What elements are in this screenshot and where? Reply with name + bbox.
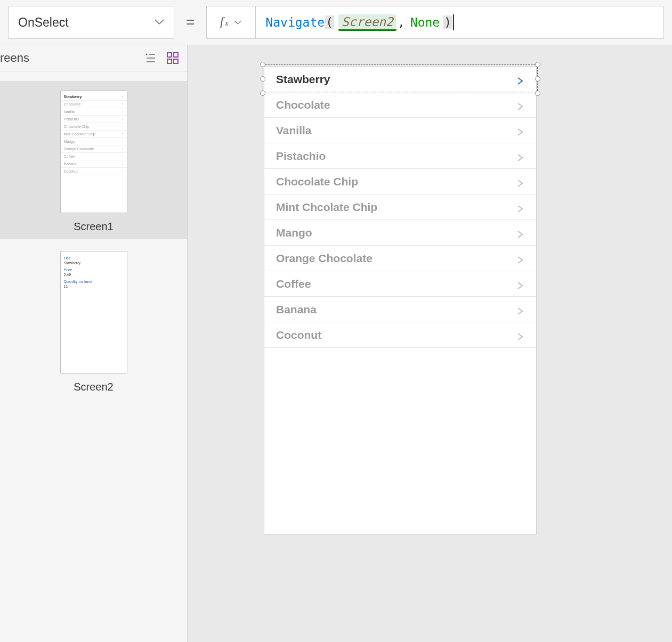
gallery-item-label: Chocolate Chip [276, 175, 358, 188]
gallery-item-label: Vanilla [276, 124, 312, 137]
formula-func: Navigate [265, 15, 325, 29]
app-preview[interactable]: Stawberry Chocolate Vanilla [264, 66, 537, 535]
thumb1-item: Banana [64, 162, 77, 166]
thumb2-field: Quantity on hand [61, 279, 127, 284]
thumb2-field: 11 [61, 284, 127, 289]
screen2-thumbnail[interactable]: Title Stawberry Price 2.49 Quantity on h… [0, 251, 187, 393]
formula-arg2: None [410, 15, 440, 29]
formula-bar[interactable]: Navigate ( Screen2 , None ) [255, 6, 664, 39]
thumb2-field: Stawberry [61, 261, 127, 265]
gallery-item-label: Mint Chcolate Chip [276, 201, 377, 214]
thumb1-item: Orange Chocolate [64, 147, 94, 151]
screen2-thumb-canvas: Title Stawberry Price 2.49 Quantity on h… [60, 251, 127, 373]
screen1-thumbnail[interactable]: Stawberry› Chocolate› Vanilla› Pistachio… [0, 81, 187, 239]
thumb1-item: Chocolate Chip [64, 125, 90, 128]
screen2-thumb-label: Screen2 [74, 381, 114, 393]
property-selector[interactable]: OnSelect [8, 6, 174, 39]
panel-header: reens [0, 45, 187, 71]
screen1-thumb-canvas: Stawberry› Chocolate› Vanilla› Pistachio… [60, 91, 127, 213]
treeview-icon[interactable] [144, 52, 156, 64]
canvas-area[interactable]: Stawberry Chocolate Vanilla [188, 45, 672, 642]
chevron-down-icon [155, 19, 164, 26]
gallery-row[interactable]: Pistachio [264, 143, 536, 169]
svg-rect-8 [167, 59, 172, 63]
top-bar: OnSelect = f x Navigate ( Screen2 , None… [0, 0, 672, 45]
thumb1-item: Coffee [64, 155, 75, 158]
chevron-right-icon[interactable] [516, 229, 524, 237]
thumb1-item: Coconut [64, 169, 78, 173]
thumb2-field: Price [61, 267, 127, 272]
thumb1-item: Chocolate [64, 102, 81, 106]
gallery-row[interactable]: Chocolate Chip [264, 169, 536, 194]
thumb2-field: Title [61, 256, 127, 261]
chevron-right-icon[interactable] [516, 203, 524, 212]
gallery-row[interactable]: Orange Chocolate [264, 246, 536, 271]
chevron-right-icon[interactable] [516, 101, 524, 109]
gallery-item-label: Pistachio [276, 150, 326, 162]
screen1-thumb-label: Screen1 [74, 221, 114, 233]
gallery-item-label: Mango [276, 226, 312, 239]
gallery-row[interactable]: Chocolate [264, 92, 536, 118]
thumbnails-icon[interactable] [167, 52, 179, 64]
chevron-right-icon[interactable] [516, 177, 524, 186]
thumb1-item: Mango [64, 140, 75, 143]
gallery-item-label: Orange Chocolate [276, 252, 373, 265]
formula-open-paren: ( [325, 15, 334, 29]
resize-handle[interactable] [535, 62, 540, 67]
fx-icon: f x [219, 14, 244, 30]
gallery-item-label: Banana [276, 303, 317, 316]
chevron-right-icon[interactable] [516, 75, 524, 84]
chevron-right-icon[interactable] [516, 280, 524, 288]
chevron-right-icon[interactable] [516, 126, 524, 135]
gallery-item-label: Chocolate [276, 99, 330, 111]
thumb1-item: Mint Chcolate Chip [64, 132, 95, 136]
gallery-row[interactable]: Banana [264, 297, 536, 322]
formula-arg1: Screen2 [338, 14, 396, 31]
gallery-row[interactable]: Mint Chcolate Chip [264, 194, 536, 220]
gallery-row[interactable]: Coconut [264, 322, 536, 348]
gallery-row-selected[interactable]: Stawberry [264, 67, 536, 92]
panel-title: reens [0, 51, 29, 65]
svg-point-2 [146, 54, 148, 55]
formula-comma: , [398, 15, 405, 29]
gallery-item-label: Coconut [276, 329, 321, 342]
fx-dropdown[interactable]: f x [206, 6, 255, 39]
svg-text:f: f [220, 15, 225, 28]
svg-rect-6 [167, 53, 172, 57]
thumb1-item: Pistachio [64, 117, 79, 121]
chevron-right-icon[interactable] [516, 152, 524, 160]
text-cursor [453, 14, 454, 30]
svg-rect-9 [174, 59, 178, 63]
chevron-right-icon[interactable] [516, 254, 524, 263]
equals-sign: = [186, 14, 195, 31]
resize-handle[interactable] [260, 62, 265, 67]
formula-close-paren: ) [443, 15, 452, 29]
gallery-item-label: Stawberry [276, 73, 330, 86]
resize-handle[interactable] [260, 76, 265, 82]
gallery-row[interactable]: Vanilla [264, 118, 536, 143]
screens-panel: reens Stawberry› [0, 45, 188, 642]
gallery-row[interactable]: Coffee [264, 271, 536, 297]
thumb1-item: Stawberry [64, 95, 82, 99]
property-selector-value: OnSelect [18, 15, 69, 30]
svg-text:x: x [224, 19, 229, 27]
resize-handle[interactable] [535, 76, 540, 82]
chevron-right-icon[interactable] [516, 305, 524, 314]
thumb2-field: 2.49 [61, 272, 127, 277]
gallery-row[interactable]: Mango [264, 220, 536, 246]
thumb1-item: Vanilla [64, 110, 75, 113]
chevron-right-icon[interactable] [516, 331, 524, 339]
svg-rect-7 [174, 53, 178, 57]
gallery-item-label: Coffee [276, 278, 311, 290]
